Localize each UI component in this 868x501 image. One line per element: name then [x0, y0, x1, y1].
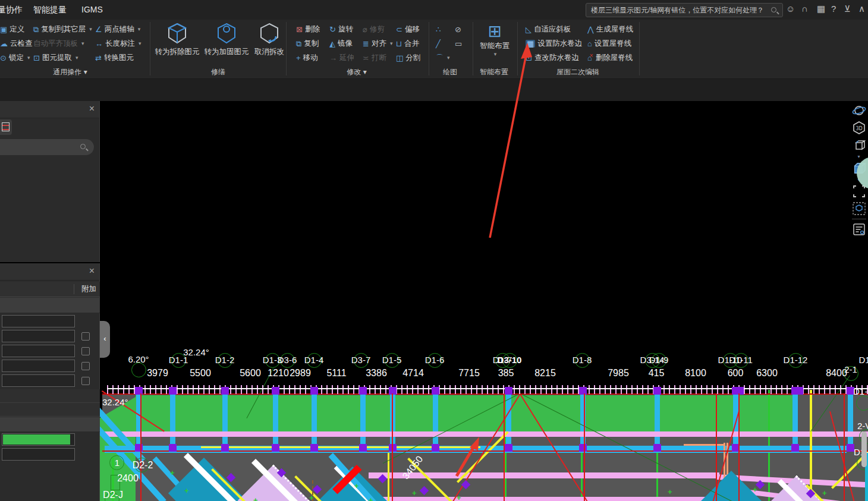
copy-to-layers-button[interactable]: ⧉复制到其它层▾ [33, 24, 92, 34]
extract-element-button[interactable]: ⊡图元提取▾ [33, 52, 78, 63]
offset-button[interactable]: ⊂偏移 [396, 24, 420, 34]
property-field[interactable] [2, 330, 75, 342]
cad-node [791, 387, 803, 395]
search-icon[interactable] [80, 144, 86, 149]
help-menu-icon[interactable]: ? [831, 4, 836, 14]
canvas-scrollbar-thumb[interactable] [861, 431, 867, 467]
two-point-aux-axis-button[interactable]: ∠两点辅轴▾ [95, 24, 140, 34]
support-headset-icon[interactable]: ∩ [801, 4, 808, 14]
length-dimension-button[interactable]: ↔长度标注▾ [95, 38, 141, 49]
set-ridge-button[interactable]: ⌂设置屋脊线 [587, 38, 631, 49]
break-icon: ≍ [363, 54, 369, 62]
delete-button[interactable]: ⊠删除 [296, 24, 320, 34]
property-field[interactable] [2, 374, 75, 387]
delete-ridge-button[interactable]: ⌂×删除屋脊线 [587, 52, 633, 63]
color-field[interactable] [2, 433, 75, 446]
search-icon[interactable] [771, 7, 776, 12]
panel-search-input[interactable] [0, 139, 94, 155]
offset-icon: ⊂ [396, 26, 402, 33]
dimension-value: 385 [498, 368, 514, 379]
merge-button[interactable]: ⊔合并 [396, 38, 419, 49]
property-field[interactable] [2, 315, 75, 327]
cad-red-line [504, 393, 505, 501]
group-label-modify[interactable]: 修改 ▾ [347, 67, 366, 77]
to-demolish-button[interactable]: 转为拆除图元 [149, 22, 206, 57]
tab-collaboration[interactable]: 量协作 [0, 0, 26, 20]
set-waterproof-edge-button[interactable]: ▦设置防水卷边 [526, 38, 582, 49]
cad-column [170, 395, 175, 447]
collapse-ribbon-icon[interactable]: ∧ [858, 4, 865, 14]
help-search-box[interactable]: 楼层三维显示图元/轴网有错位，位置不对应如何处理？ [586, 3, 783, 17]
cad-node [653, 387, 661, 395]
chevron-down-icon: ▾ [27, 55, 30, 61]
align-button[interactable]: ≣对齐▾ [363, 38, 392, 49]
circle-tool-icon: ⊘ [455, 26, 461, 33]
convert-element-button[interactable]: ⇄转换图元 [95, 52, 134, 63]
panel-collapse-handle[interactable]: ‹ [100, 321, 110, 358]
tab-igms[interactable]: IGMS [78, 0, 106, 20]
tab-smart-quantity[interactable]: 智能提量 [30, 0, 70, 20]
membership-card-icon[interactable]: ▦ [817, 4, 825, 14]
isolate-cube-button[interactable] [852, 201, 866, 216]
check-waterproof-edge-button[interactable]: ⊡查改防水卷边 [526, 52, 579, 63]
group-label-roof-edit: 屋面二次编辑 [556, 67, 599, 77]
theme-shirt-icon[interactable]: ⊻ [844, 4, 851, 14]
rotate-button[interactable]: ↻旋转 [329, 24, 353, 34]
list-tool-button[interactable] [0, 119, 12, 135]
two-point-aux-axis-icon: ∠ [95, 26, 102, 33]
property-checkbox[interactable] [81, 377, 90, 385]
property-checkbox[interactable] [81, 332, 90, 341]
draw-arc-button[interactable]: ⌒▾ [436, 52, 450, 63]
split-button[interactable]: ◫分割 [396, 52, 420, 63]
define-icon: ▣ [0, 26, 7, 33]
length-dimension-icon: ↔ [95, 40, 103, 48]
define-button[interactable]: ▣定义 [0, 24, 24, 34]
cad-node [359, 387, 367, 395]
property-checkbox[interactable] [81, 362, 90, 370]
dimension-value: 8215 [534, 368, 556, 379]
axis-label: D1-9 [649, 355, 669, 365]
orbit-view-button[interactable] [852, 103, 866, 118]
view-list-button[interactable] [852, 222, 866, 237]
lock-icon: ⊙ [0, 54, 7, 62]
cad-node [505, 444, 512, 452]
chevron-down-icon[interactable]: ▾ [857, 155, 860, 158]
generate-ridge-button[interactable]: ⋀生成屋脊线 [587, 24, 633, 34]
close-icon[interactable]: × [89, 266, 95, 276]
group-label-general-ops[interactable]: 通用操作 ▾ [53, 67, 87, 77]
grid-label: D2-J [103, 490, 123, 500]
arc-tool-icon: ⌒ [436, 54, 444, 62]
grid-label: 1 [115, 458, 119, 468]
property-field[interactable] [2, 345, 75, 357]
dimension-value: 7985 [608, 368, 629, 379]
copy-button[interactable]: ⧉复制 [296, 38, 319, 49]
mirror-button[interactable]: ◭镜像 [329, 38, 353, 49]
property-checkbox[interactable] [81, 347, 90, 355]
ribbon-divider [473, 22, 473, 75]
cad-cross-mark: + [170, 468, 175, 477]
draw-line-button[interactable]: ╱ [436, 38, 441, 49]
draw-rect-button[interactable]: ▭ [455, 38, 462, 49]
property-field[interactable] [2, 360, 75, 372]
drawing-canvas[interactable]: +++++++++++ 6.20° 32.24° D1-1 D1-2 D1-3 … [100, 101, 868, 501]
close-icon[interactable]: × [89, 103, 95, 114]
account-icon[interactable]: ☺ [786, 4, 795, 14]
property-row [0, 417, 100, 432]
cloud-check-button[interactable]: ☁云检查 [0, 38, 33, 49]
3d-view-button[interactable]: 3D [852, 121, 866, 135]
wireframe-cube-button[interactable] [852, 138, 866, 152]
adaptive-slope-button[interactable]: ◺自适应斜板 [526, 24, 571, 34]
property-field[interactable] [2, 448, 75, 461]
cad-green-slab [136, 395, 795, 431]
draw-point-button[interactable]: ∴ [436, 24, 441, 34]
attach-tab[interactable]: 附加 [74, 284, 96, 294]
dimension-value: 5600 [240, 368, 261, 379]
smart-layout-button[interactable]: ⊞ 智能布置 ▾ [475, 22, 514, 57]
draw-circle-button[interactable]: ⊘ [455, 24, 461, 34]
lock-button[interactable]: ⊙锁定▾ [0, 52, 30, 63]
cancel-retrofit-button[interactable]: 取消拆改 [241, 22, 298, 57]
cad-node [310, 387, 318, 395]
rotate-icon: ↻ [329, 26, 336, 33]
move-button[interactable]: +移动 [296, 52, 318, 63]
cad-cross-mark: + [309, 493, 314, 501]
